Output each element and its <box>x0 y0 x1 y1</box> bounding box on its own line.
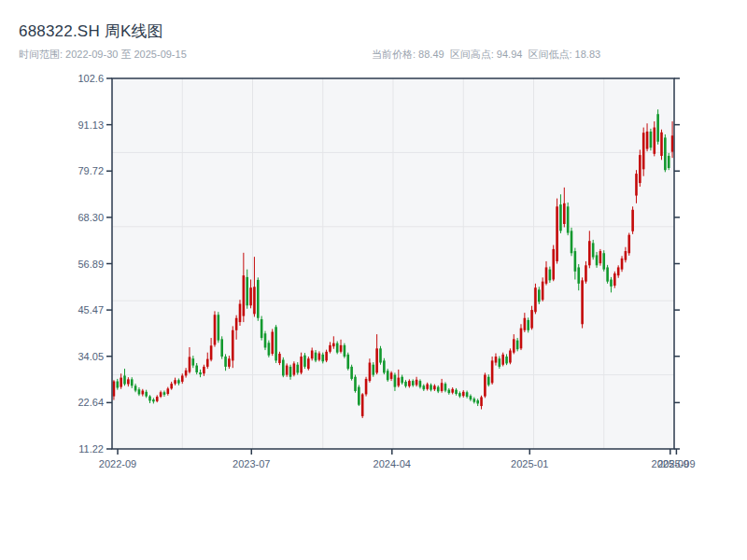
candle-body <box>538 289 541 301</box>
candle-body <box>246 277 248 305</box>
candle-body <box>394 375 397 387</box>
candle-body <box>181 375 184 382</box>
candle-body <box>296 365 299 373</box>
candle-body <box>625 251 627 260</box>
candle-body <box>156 397 159 401</box>
candle-body <box>228 358 231 367</box>
candle-body <box>534 287 537 312</box>
candle-body <box>142 391 145 395</box>
candle-body <box>127 379 130 384</box>
candle-body <box>416 380 418 385</box>
candle-body <box>361 394 364 415</box>
candle-body <box>419 381 422 387</box>
candle-body <box>249 287 252 305</box>
candle-body <box>369 363 372 382</box>
candle-body <box>513 339 515 352</box>
candle-body <box>120 378 122 387</box>
candle-body <box>354 377 357 391</box>
candle-body <box>509 351 512 363</box>
candle-body <box>499 358 501 367</box>
candle-body <box>206 359 209 367</box>
candle-body <box>278 354 281 363</box>
candle-body <box>480 397 483 406</box>
candle-body <box>592 243 595 257</box>
candle-body <box>243 275 246 315</box>
candle-body <box>476 400 479 403</box>
candle-body <box>401 377 403 384</box>
candle-body <box>134 385 137 390</box>
candle-body <box>581 280 584 324</box>
candle-body <box>520 329 523 349</box>
candle-body <box>167 388 170 394</box>
candle-body <box>527 320 529 330</box>
candle-body <box>602 253 605 269</box>
candle-body <box>470 396 472 399</box>
candle-body <box>177 380 180 383</box>
candle-body <box>264 333 267 347</box>
candle-body <box>329 345 331 352</box>
candle-body <box>448 390 451 393</box>
candle-body <box>495 357 498 363</box>
candle-body <box>473 399 476 401</box>
y-tick-label: 68.30 <box>78 212 104 223</box>
page-title: 688322.SH 周K线图 <box>19 21 163 42</box>
y-tick-label: 102.6 <box>78 73 104 84</box>
candle-body <box>336 343 339 353</box>
candle-body <box>588 241 591 265</box>
candle-body <box>404 382 407 386</box>
x-tick-label: 2025-01 <box>511 458 548 469</box>
candle-body <box>358 387 360 405</box>
candle-body <box>412 381 415 385</box>
candle-body <box>642 133 645 169</box>
candle-body <box>660 133 663 156</box>
candle-body <box>325 352 328 361</box>
candle-body <box>542 282 544 301</box>
candle-body <box>224 357 227 367</box>
candle-body <box>390 372 393 379</box>
candle-body <box>627 235 630 254</box>
candle-body <box>408 381 411 386</box>
candle-body <box>203 367 205 373</box>
candle-body <box>365 379 368 395</box>
candle-body <box>437 387 440 392</box>
candle-body <box>218 315 220 340</box>
candle-body <box>524 318 527 330</box>
candle-body <box>617 267 620 275</box>
candle-body <box>318 354 321 360</box>
y-tick-label: 79.72 <box>78 165 104 176</box>
candle-body <box>199 372 202 374</box>
candle-body <box>441 383 444 391</box>
candle-body <box>433 385 436 389</box>
candle-body <box>344 345 346 357</box>
candle-body <box>340 345 343 352</box>
candle-body <box>311 351 314 359</box>
candle-body <box>653 128 655 154</box>
candle-body <box>451 389 454 393</box>
candle-body <box>210 345 213 359</box>
candle-body <box>321 355 324 361</box>
candle-body <box>307 358 310 369</box>
candle-body <box>253 287 256 314</box>
candle-body <box>131 379 134 385</box>
candle-body <box>350 367 353 379</box>
candle-body <box>113 382 116 397</box>
candle-body <box>261 319 263 338</box>
candle-body <box>116 382 119 388</box>
date-range-label: 时间范围: 2022-09-30 至 2025-09-15 <box>19 48 187 62</box>
candle-body <box>545 267 548 283</box>
candle-body <box>444 384 447 390</box>
candle-body <box>214 315 217 344</box>
candle-body <box>332 343 335 346</box>
candle-body <box>160 392 162 397</box>
candle-body <box>567 206 570 232</box>
candle-body <box>571 231 573 253</box>
candle-body <box>174 380 176 384</box>
candle-body <box>631 210 634 231</box>
candle-body <box>397 378 400 386</box>
x-tick-label: 2024-04 <box>374 458 411 469</box>
candle-body <box>239 304 242 323</box>
candle-body <box>235 318 238 330</box>
candle-body <box>599 251 602 263</box>
candle-body <box>387 371 389 380</box>
candle-body <box>152 399 155 401</box>
